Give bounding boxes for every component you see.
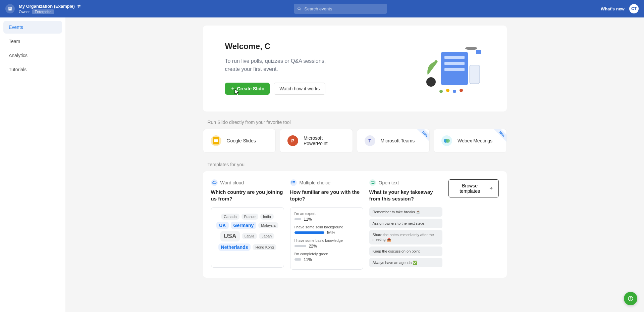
tool-powerpoint[interactable]: P Microsoft PowerPoint bbox=[280, 129, 353, 152]
tool-teams[interactable]: T Microsoft Teams New bbox=[357, 129, 430, 152]
mc-option: I have some solid background56% bbox=[294, 225, 359, 235]
help-icon bbox=[628, 296, 634, 302]
open-text-response: Keep the discussion on point bbox=[369, 247, 442, 256]
svg-rect-22 bbox=[214, 139, 218, 142]
whats-new-link[interactable]: What's new bbox=[601, 6, 625, 11]
template-question: What is your key takeaway from this sess… bbox=[369, 189, 442, 203]
word-cloud-word: France bbox=[241, 214, 258, 220]
browse-templates-button[interactable]: Browse templates bbox=[448, 179, 499, 197]
svg-rect-3 bbox=[9, 8, 10, 9]
help-button[interactable] bbox=[624, 292, 637, 305]
template-question: Which country are you joining us from? bbox=[211, 189, 284, 203]
chat-icon bbox=[369, 179, 376, 186]
svg-rect-4 bbox=[10, 8, 11, 9]
open-text-response: Assign owners to the next steps bbox=[369, 219, 442, 228]
template-type-label: Multiple choice bbox=[300, 180, 331, 185]
word-cloud-word: India bbox=[260, 214, 274, 220]
svg-point-24 bbox=[446, 139, 450, 143]
svg-point-20 bbox=[439, 90, 443, 93]
word-cloud-word: Canada bbox=[221, 214, 239, 220]
open-text-response: Always have an agenda ✅ bbox=[369, 258, 442, 267]
search-icon bbox=[297, 6, 302, 11]
template-word-cloud[interactable]: Word cloud Which country are you joining… bbox=[211, 179, 284, 268]
search-input[interactable] bbox=[304, 6, 384, 11]
svg-rect-2 bbox=[10, 8, 11, 8]
svg-line-6 bbox=[300, 9, 301, 10]
word-cloud-word: UK bbox=[216, 222, 228, 229]
svg-rect-1 bbox=[9, 8, 10, 8]
template-multiple-choice[interactable]: Multiple choice How familiar are you wit… bbox=[290, 179, 363, 270]
svg-point-5 bbox=[298, 7, 301, 10]
svg-point-33 bbox=[631, 300, 631, 300]
sidebar-item-tutorials[interactable]: Tutorials bbox=[3, 63, 62, 76]
tool-webex[interactable]: Webex Meetings New bbox=[434, 129, 507, 152]
word-cloud-word: Latvia bbox=[242, 233, 257, 239]
browse-templates-label: Browse templates bbox=[454, 183, 486, 194]
sidebar-item-team[interactable]: Team bbox=[3, 35, 62, 48]
template-open-text[interactable]: Open text What is your key takeaway from… bbox=[369, 179, 442, 268]
welcome-illustration bbox=[418, 42, 485, 95]
mc-option: I have some basic knowledge22% bbox=[294, 238, 359, 249]
svg-rect-10 bbox=[444, 56, 465, 59]
new-badge: New bbox=[493, 129, 507, 143]
word-cloud-word: USA bbox=[220, 231, 240, 241]
new-badge: New bbox=[416, 129, 430, 143]
mc-option: I'm completely green11% bbox=[294, 252, 359, 262]
tool-label: Google Slides bbox=[227, 138, 256, 143]
template-type-label: Word cloud bbox=[220, 180, 244, 185]
templates-card: Word cloud Which country are you joining… bbox=[203, 171, 507, 278]
open-text-response: Share the notes immediately after the me… bbox=[369, 230, 442, 244]
svg-point-15 bbox=[465, 47, 477, 50]
tools-section-label: Run Slido directly from your favorite to… bbox=[208, 120, 507, 125]
create-slido-button[interactable]: Create Slido bbox=[225, 83, 270, 95]
tool-label: Webex Meetings bbox=[458, 138, 492, 143]
create-slido-label: Create Slido bbox=[237, 86, 265, 91]
welcome-title: Welcome, C bbox=[225, 42, 332, 51]
svg-point-13 bbox=[426, 77, 436, 87]
word-cloud-word: Germany bbox=[231, 222, 257, 229]
tools-row: Google Slides P Microsoft PowerPoint T M… bbox=[203, 129, 507, 152]
org-name: My Organization (Example) bbox=[19, 4, 75, 9]
word-cloud-word: Malaysia bbox=[258, 222, 278, 228]
svg-point-18 bbox=[453, 90, 456, 93]
avatar[interactable]: CT bbox=[629, 4, 639, 13]
svg-point-29 bbox=[291, 182, 292, 183]
svg-point-17 bbox=[446, 89, 449, 92]
svg-point-30 bbox=[291, 184, 292, 184]
svg-rect-0 bbox=[8, 7, 11, 11]
top-header: My Organization (Example) ⇄ Owner Enterp… bbox=[0, 0, 644, 17]
word-cloud-word: Hong Kong bbox=[253, 244, 276, 250]
templates-section-label: Templates for you bbox=[208, 162, 507, 167]
watch-how-button[interactable]: Watch how it works bbox=[274, 83, 325, 95]
svg-rect-12 bbox=[444, 68, 465, 71]
svg-rect-11 bbox=[444, 62, 465, 65]
arrow-right-icon bbox=[489, 186, 493, 191]
sidebar-item-analytics[interactable]: Analytics bbox=[3, 49, 62, 62]
svg-rect-14 bbox=[470, 65, 480, 84]
teams-icon: T bbox=[365, 135, 375, 146]
word-cloud-word: Netherlands bbox=[218, 243, 251, 251]
powerpoint-icon: P bbox=[287, 135, 298, 146]
welcome-subtitle: To run live polls, quizzes or Q&A sessio… bbox=[225, 57, 332, 73]
sidebar-item-events[interactable]: Events bbox=[3, 21, 62, 34]
list-icon bbox=[290, 179, 297, 186]
svg-point-19 bbox=[460, 89, 463, 92]
multiple-choice-preview: I'm an expert11%I have some solid backgr… bbox=[290, 207, 363, 270]
sidebar: Events Team Analytics Tutorials bbox=[0, 17, 65, 312]
tool-google-slides[interactable]: Google Slides bbox=[203, 129, 276, 152]
welcome-card: Welcome, C To run live polls, quizzes or… bbox=[203, 26, 507, 112]
plan-badge: Enterprise bbox=[32, 9, 54, 14]
word-cloud-word: Japan bbox=[259, 233, 274, 239]
open-text-preview: Remember to take breaks ☕Assign owners t… bbox=[369, 207, 442, 268]
template-type-label: Open text bbox=[379, 180, 399, 185]
open-text-response: Remember to take breaks ☕ bbox=[369, 207, 442, 217]
google-slides-icon bbox=[211, 135, 221, 146]
word-cloud-preview: CanadaFranceIndiaUKGermanyMalaysiaUSALat… bbox=[211, 207, 284, 268]
svg-rect-16 bbox=[476, 50, 481, 54]
mc-option: I'm an expert11% bbox=[294, 212, 359, 222]
search-box[interactable] bbox=[294, 4, 387, 14]
org-role: Owner bbox=[19, 10, 30, 14]
org-selector[interactable]: My Organization (Example) ⇄ Owner Enterp… bbox=[19, 4, 80, 14]
tool-label: Microsoft PowerPoint bbox=[304, 135, 345, 146]
webex-icon bbox=[441, 135, 452, 146]
